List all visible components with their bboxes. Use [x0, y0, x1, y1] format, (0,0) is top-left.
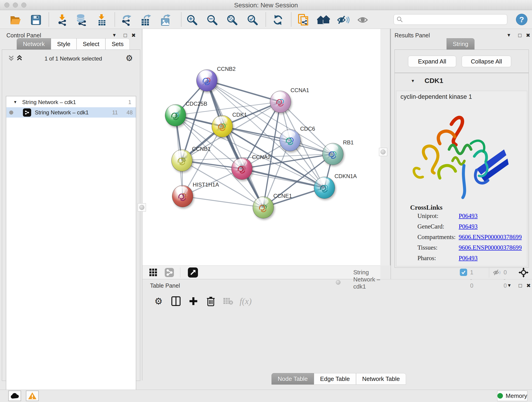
- export-image-icon[interactable]: [159, 14, 172, 26]
- import-table-icon[interactable]: [95, 14, 109, 26]
- network-label: String Network – cdk1: [35, 109, 89, 116]
- detach-view-icon[interactable]: [187, 267, 199, 278]
- network-node-CCNA2[interactable]: [231, 158, 253, 180]
- crosslink-link[interactable]: P06493: [459, 223, 478, 230]
- control-panel-close-icon[interactable]: ✖: [130, 32, 138, 38]
- gene-collapse-icon[interactable]: ▼: [411, 79, 415, 83]
- table-panel-tabs: Node Table Edge Table Network Table: [272, 373, 406, 385]
- network-node-CDC6[interactable]: [279, 129, 301, 151]
- duplicate-network-icon[interactable]: [296, 14, 310, 26]
- network-edge-count: 48: [127, 109, 133, 116]
- status-bar: Memory: [0, 390, 532, 402]
- network-view-toolbar: String Network – cdk1 1 - 0 0 - 0: [143, 265, 380, 279]
- expand-all-networks-icon[interactable]: [16, 54, 23, 63]
- toolbar-separator: [49, 12, 49, 27]
- gene-name: CDK1: [424, 77, 443, 85]
- help-icon[interactable]: ?: [516, 14, 527, 25]
- tab-node-table[interactable]: Node Table: [272, 373, 314, 385]
- warning-status-button[interactable]: [26, 390, 39, 401]
- network-node-CDC25B[interactable]: [165, 104, 186, 126]
- table-panel: Table Panel ▼ □ ✖ ⚙ f(x) shared namename…: [143, 279, 532, 390]
- expand-all-button[interactable]: Expand All: [408, 56, 456, 67]
- first-neighbors-icon[interactable]: [317, 14, 330, 26]
- control-panel-menu-icon[interactable]: ▼: [110, 32, 118, 38]
- zoom-selected-icon[interactable]: [246, 14, 259, 26]
- zoom-fit-icon[interactable]: [225, 14, 239, 26]
- collapse-all-button[interactable]: Collapse All: [462, 56, 511, 67]
- network-node-CCNA1[interactable]: [270, 91, 291, 113]
- crosslink-link[interactable]: 9606.ENSP00000378699: [459, 244, 522, 251]
- show-columns-icon[interactable]: [170, 295, 182, 307]
- crosslink-link[interactable]: P06493: [459, 255, 478, 262]
- collection-collapse-icon[interactable]: ▼: [13, 100, 17, 104]
- memory-button[interactable]: Memory: [497, 390, 527, 401]
- network-share-view-icon[interactable]: [164, 267, 175, 278]
- table-options-gear-icon[interactable]: ⚙: [152, 295, 165, 307]
- create-column-icon[interactable]: [187, 295, 200, 307]
- tab-style[interactable]: Style: [51, 38, 76, 50]
- network-node-HIST1H1A[interactable]: [172, 185, 193, 207]
- network-row[interactable]: String Network – cdk1 11 48: [6, 107, 136, 118]
- zoom-in-icon[interactable]: [185, 14, 199, 26]
- string-app-icon: [23, 108, 31, 117]
- export-network-icon[interactable]: [119, 14, 133, 26]
- node-label-HIST1H1A: HIST1H1A: [193, 182, 219, 188]
- results-panel-close-icon[interactable]: ✖: [524, 32, 532, 38]
- hide-selected-icon[interactable]: [336, 14, 350, 26]
- gene-section: ▼ CDK1 cyclin-dependent kinase 1: [394, 73, 529, 268]
- gene-description: cyclin-dependent kinase 1: [400, 93, 472, 100]
- network-node-CDK1[interactable]: [212, 115, 233, 137]
- crosslink-link[interactable]: 9606.ENSP00000378699: [459, 234, 522, 241]
- table-panel-close-icon[interactable]: ✖: [525, 283, 532, 289]
- search-icon: [397, 16, 403, 23]
- crosslink-label: Tissues:: [418, 244, 438, 251]
- tab-network[interactable]: Network: [17, 38, 51, 50]
- cloud-icon: [10, 393, 19, 399]
- zoom-out-icon[interactable]: [205, 14, 219, 26]
- control-panel-float-icon[interactable]: □: [121, 32, 129, 38]
- left-splitter-handle[interactable]: [138, 203, 146, 211]
- network-canvas[interactable]: CCNB2 CCNA1 CDC25B CDK1 CDC6: [143, 29, 380, 265]
- network-node-CCNB1[interactable]: [171, 149, 192, 172]
- tab-string[interactable]: String: [447, 38, 475, 50]
- node-label-CDKN1A: CDKN1A: [335, 173, 357, 179]
- grid-view-icon[interactable]: [147, 267, 159, 278]
- open-file-icon[interactable]: [9, 14, 22, 26]
- collapse-all-networks-icon[interactable]: [8, 54, 15, 63]
- crosslink-label: Compartments:: [418, 234, 456, 241]
- results-panel-tabs: String: [447, 38, 475, 50]
- node-label-RB1: RB1: [343, 139, 354, 146]
- network-node-CCNB2[interactable]: [196, 70, 217, 91]
- node-gloss-highlight: [326, 144, 338, 152]
- right-splitter-handle[interactable]: [379, 148, 387, 156]
- node-label-CDC6: CDC6: [300, 126, 315, 132]
- network-options-gear-icon[interactable]: ⚙: [126, 54, 133, 62]
- network-node-RB1[interactable]: [322, 143, 343, 165]
- table-panel-float-icon[interactable]: □: [516, 282, 524, 289]
- crosslink-link[interactable]: P06493: [459, 212, 478, 220]
- results-panel-float-icon[interactable]: □: [516, 32, 524, 38]
- save-session-icon[interactable]: [29, 14, 43, 26]
- tab-sets[interactable]: Sets: [105, 38, 130, 50]
- table-panel-menu-icon[interactable]: ▼: [505, 283, 513, 288]
- import-network-icon[interactable]: [55, 14, 69, 26]
- delete-column-trash-icon[interactable]: [204, 295, 217, 307]
- canvas-results-splitter[interactable]: [380, 29, 391, 265]
- crosslink-label: Uniprot:: [418, 212, 438, 220]
- show-all-icon[interactable]: [356, 14, 370, 26]
- results-panel-menu-icon[interactable]: ▼: [505, 32, 513, 38]
- node-gloss-highlight: [234, 159, 247, 166]
- warning-icon: [28, 392, 37, 400]
- tab-select[interactable]: Select: [76, 38, 105, 50]
- cloud-status-button[interactable]: [8, 390, 21, 401]
- search-input[interactable]: [403, 16, 507, 23]
- network-collection-row[interactable]: ▼ String Network – cdk1 1: [6, 97, 136, 107]
- export-table-icon[interactable]: [139, 14, 153, 26]
- network-node-CCNE1[interactable]: [253, 196, 274, 218]
- refresh-icon[interactable]: [271, 14, 285, 26]
- network-node-CDKN1A[interactable]: [314, 177, 335, 199]
- import-network-from-database-icon[interactable]: [75, 14, 88, 26]
- tab-edge-table[interactable]: Edge Table: [314, 373, 356, 385]
- tab-network-table[interactable]: Network Table: [356, 373, 406, 385]
- node-label-CCNB2: CCNB2: [217, 66, 235, 72]
